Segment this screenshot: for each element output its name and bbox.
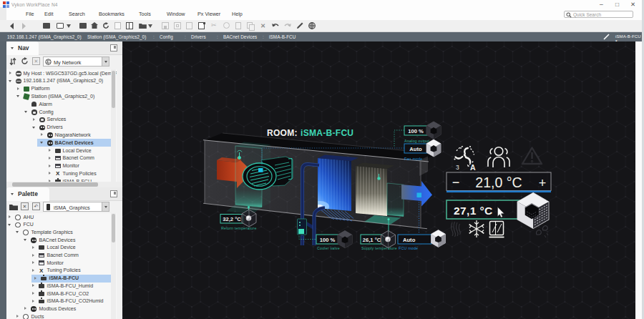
svg-text:26,1 °C: 26,1 °C (363, 237, 381, 243)
svg-text:100 %: 100 % (320, 237, 336, 243)
svg-text:A: A (470, 163, 476, 172)
svg-text:Cooler valve: Cooler valve (317, 246, 340, 250)
svg-text:FCU mode: FCU mode (399, 246, 418, 250)
svg-text:32,2 °C: 32,2 °C (223, 216, 241, 222)
svg-text:3: 3 (456, 164, 459, 171)
svg-text:21,0 °C: 21,0 °C (475, 175, 522, 190)
svg-text:Auto: Auto (403, 237, 416, 243)
svg-text:iSMA-B-FCU: iSMA-B-FCU (301, 128, 353, 138)
svg-text:100 %: 100 % (408, 128, 424, 134)
svg-text:27,1 °C: 27,1 °C (454, 205, 493, 217)
svg-text:Supply temperature: Supply temperature (361, 246, 397, 250)
svg-text:Auto: Auto (409, 146, 422, 152)
svg-text:Fan mode: Fan mode (404, 157, 422, 161)
svg-text:Return temperature: Return temperature (221, 226, 257, 230)
svg-text:Analog output: Analog output (404, 139, 430, 143)
svg-text:−: − (452, 175, 460, 190)
svg-text:ROOM:: ROOM: (267, 128, 298, 138)
svg-text:+: + (539, 176, 547, 190)
